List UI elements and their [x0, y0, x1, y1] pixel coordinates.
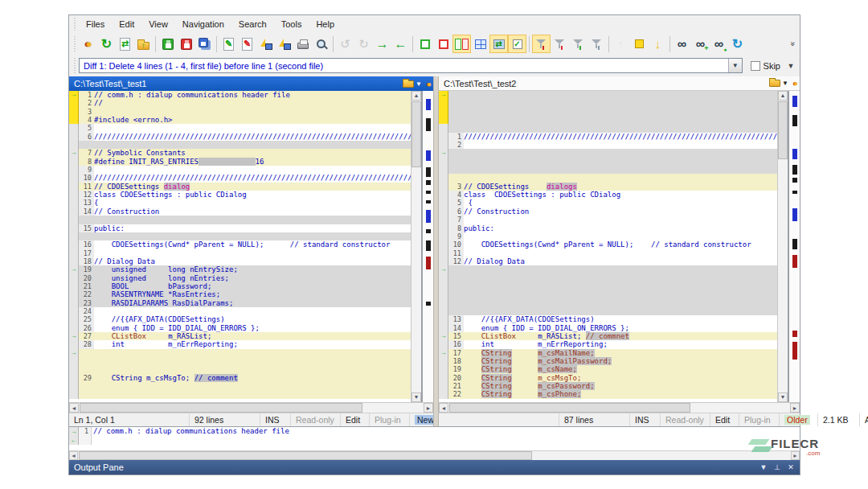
line-number: 22: [448, 390, 464, 398]
right-vertical-scrollbar[interactable]: ▲ ▼: [777, 91, 788, 402]
copy-save-second-button[interactable]: [275, 35, 293, 53]
diff-detail-scrollbar[interactable]: ◄ ►: [69, 450, 800, 460]
swap-files-button[interactable]: ⇄: [116, 35, 134, 53]
split-view-button[interactable]: [452, 35, 471, 53]
gutter-margin: [69, 382, 79, 390]
right-horizontal-scrollbar[interactable]: ◄ ►: [439, 402, 800, 413]
output-dropdown-icon[interactable]: ▼: [758, 463, 769, 471]
show-first-only-button[interactable]: [416, 35, 434, 53]
menu-files[interactable]: Files: [79, 18, 112, 31]
code-line: →27 CListBox m_RASList;: [69, 332, 411, 340]
prev-difference-button[interactable]: ←: [391, 35, 410, 53]
right-folder-dropdown-icon[interactable]: ▼: [782, 80, 788, 87]
find-icon: [315, 38, 328, 51]
pane-splitter[interactable]: [433, 76, 439, 426]
diff-map-mark: [426, 210, 431, 223]
swap-files-icon: ⇄: [120, 38, 130, 51]
edit-first-file-button[interactable]: ✎: [219, 35, 238, 53]
detail-hscroll-thumb[interactable]: [79, 451, 532, 460]
left-horizontal-scrollbar[interactable]: ◄ ►: [69, 402, 433, 413]
menu-search[interactable]: Search: [231, 18, 274, 31]
detail-scroll-left-icon[interactable]: ◄: [69, 451, 78, 460]
gutter-margin: [439, 282, 448, 290]
menu-navigation[interactable]: Navigation: [175, 18, 231, 31]
diff-navigator-bar: Diff 1: Delete 4 lines (1 - 4, first fil…: [69, 55, 800, 76]
print-button[interactable]: [293, 35, 312, 53]
left-diff-map[interactable]: [421, 91, 433, 402]
skip-checkbox[interactable]: [751, 61, 760, 71]
output-pin-icon[interactable]: ⊥: [772, 463, 783, 471]
line-number: [79, 390, 94, 398]
save-both-files-button[interactable]: [195, 35, 214, 53]
find-button[interactable]: [312, 35, 330, 53]
code-text: // Symbolic Constants: [94, 149, 411, 157]
undo-button[interactable]: ↺: [336, 35, 354, 53]
find-marked-button[interactable]: ∞: [710, 35, 728, 53]
menu-view[interactable]: View: [141, 18, 175, 31]
right-compare-icon[interactable]: ●●: [792, 79, 794, 88]
find-add-button[interactable]: ∞: [691, 35, 710, 53]
left-open-folder-icon[interactable]: [403, 80, 414, 88]
right-open-folder-icon[interactable]: [769, 80, 780, 87]
toggle-bookmark-button[interactable]: [630, 35, 649, 53]
left-pane-header[interactable]: C:\Test\Test\_test1 ▼ ●●: [69, 76, 433, 91]
copy-save-first-button[interactable]: [256, 35, 275, 53]
left-scroll-right-icon[interactable]: ►: [424, 403, 433, 413]
line-number: 18: [79, 257, 94, 265]
next-bookmark-button[interactable]: ↓: [649, 35, 667, 53]
filter-all-differences-button[interactable]: [532, 35, 551, 53]
left-scroll-left-icon[interactable]: ◄: [69, 403, 79, 413]
menu-edit[interactable]: Edit: [112, 18, 141, 31]
copy-save-second-icon: [278, 38, 291, 51]
save-first-file-button[interactable]: [158, 35, 177, 53]
line-number: [448, 299, 464, 307]
diff-combo[interactable]: Diff 1: Delete 4 lines (1 - 4, first fil…: [79, 58, 743, 73]
line-number: [448, 174, 464, 182]
left-vscroll-thumb[interactable]: [411, 101, 421, 167]
diff-map-mark: [426, 167, 431, 177]
resync-button[interactable]: ↻: [728, 35, 747, 53]
filter-additions-button[interactable]: [569, 35, 588, 53]
redo-button[interactable]: ↻: [354, 35, 373, 53]
next-difference-button[interactable]: →: [373, 35, 391, 53]
right-scroll-down-icon[interactable]: ▼: [778, 392, 788, 402]
output-close-icon[interactable]: ✕: [785, 463, 796, 471]
show-second-only-button[interactable]: [434, 35, 452, 53]
right-scroll-up-icon[interactable]: ▲: [778, 91, 788, 101]
right-pane-header[interactable]: C:\Test\Test\_test2 ▼ ●●: [439, 76, 800, 91]
left-vertical-scrollbar[interactable]: ▲ ▼: [411, 91, 421, 402]
toolbar-overflow-icon[interactable]: »: [789, 39, 796, 50]
code-text: [94, 249, 411, 257]
diffbar-more-icon[interactable]: ▼: [785, 62, 796, 70]
prev-bookmark-button[interactable]: ↑: [612, 35, 630, 53]
gutter-margin: [439, 166, 448, 174]
find-text-button[interactable]: ∞: [673, 35, 691, 53]
table-view-button[interactable]: [471, 35, 489, 53]
show-checkmarks-button[interactable]: ✓: [508, 35, 526, 53]
left-scroll-down-icon[interactable]: ▼: [411, 392, 421, 402]
left-compare-icon[interactable]: ●●: [426, 80, 428, 88]
open-files-button[interactable]: ↑: [134, 35, 153, 53]
right-scroll-right-icon[interactable]: ►: [790, 403, 800, 413]
menu-help[interactable]: Help: [309, 18, 342, 31]
right-vscroll-thumb[interactable]: [778, 101, 788, 159]
line-number: 11: [79, 183, 94, 191]
right-code-rows[interactable]: →1//////////////////////////////////////…: [439, 91, 777, 402]
recompare-button[interactable]: ↻: [97, 35, 116, 53]
diff-combo-dropdown-icon[interactable]: ▼: [728, 59, 742, 72]
right-hscroll-thumb[interactable]: [449, 403, 690, 413]
save-second-file-button[interactable]: [177, 35, 195, 53]
filter-custom-button[interactable]: [588, 35, 606, 53]
filter-deletions-button[interactable]: [551, 35, 569, 53]
right-diff-map[interactable]: [788, 91, 800, 402]
edit-second-file-button[interactable]: ✎: [238, 35, 256, 53]
left-folder-dropdown-icon[interactable]: ▼: [416, 80, 422, 88]
merge-mode-button[interactable]: ⇄: [489, 35, 508, 53]
right-scroll-left-icon[interactable]: ◄: [439, 403, 448, 413]
compare-files-button[interactable]: [79, 35, 97, 53]
left-hscroll-thumb[interactable]: [80, 403, 362, 413]
left-code-rows[interactable]: →1// comm.h : dialup communications head…: [69, 91, 411, 402]
menu-tools[interactable]: Tools: [274, 18, 309, 31]
line-number: [448, 158, 464, 166]
left-scroll-up-icon[interactable]: ▲: [411, 91, 421, 101]
